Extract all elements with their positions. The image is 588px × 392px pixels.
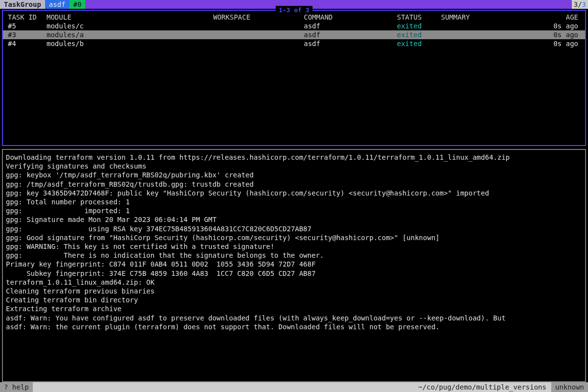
col-status: STATUS [395, 11, 439, 22]
table-cell: asdf [302, 22, 395, 30]
table-cell: modules/b [45, 39, 211, 48]
table-cell [439, 22, 527, 30]
col-task-id: TASK ID [3, 11, 45, 22]
log-output[interactable]: Downloading terraform version 1.0.11 fro… [3, 150, 585, 334]
task-table-panel: 1-3 of 3 TASK ID MODULE WORKSPACE COMMAN… [2, 10, 586, 146]
table-cell: #3 [3, 30, 45, 39]
breadcrumb-taskgroup[interactable]: TaskGroup [0, 0, 45, 9]
col-summary: SUMMARY [439, 11, 527, 22]
col-module: MODULE [45, 11, 211, 22]
task-table-title: 1-3 of 3 [276, 6, 313, 15]
col-command: COMMAND [302, 11, 395, 22]
page-counter-total: 3 [582, 0, 586, 9]
table-cell: exited [395, 39, 439, 48]
task-table[interactable]: TASK ID MODULE WORKSPACE COMMAND STATUS … [3, 11, 585, 48]
table-cell: asdf [302, 39, 395, 48]
table-cell: 0s ago [527, 39, 585, 48]
table-cell: exited [395, 30, 439, 39]
help-hint[interactable]: ? help [0, 382, 33, 392]
page-counter-current: 3 [574, 0, 578, 9]
col-age: AGE [527, 11, 585, 22]
statusbar: ? help ~/co/pug/demo/multiple_versions u… [0, 382, 588, 392]
log-panel: Downloading terraform version 1.0.11 fro… [2, 149, 586, 382]
table-cell: #5 [3, 22, 45, 30]
table-cell: 0s ago [527, 22, 585, 30]
table-cell: asdf [302, 30, 395, 39]
table-cell [439, 30, 527, 39]
table-cell: exited [395, 22, 439, 30]
table-row[interactable]: #3modules/aasdfexited0s ago [3, 30, 585, 39]
table-cell: modules/c [45, 22, 211, 30]
table-cell [211, 22, 302, 30]
table-cell [211, 30, 302, 39]
table-cell [439, 39, 527, 48]
table-cell: modules/a [45, 30, 211, 39]
table-cell [211, 39, 302, 48]
statusbar-path: ~/co/pug/demo/multiple_versions [414, 382, 551, 392]
statusbar-workspace: unknown [551, 382, 588, 392]
breadcrumb-command[interactable]: asdf [45, 0, 70, 9]
table-row[interactable]: #4modules/basdfexited0s ago [3, 39, 585, 48]
table-cell: 0s ago [527, 30, 585, 39]
table-row[interactable]: #5modules/casdfexited0s ago [3, 22, 585, 30]
breadcrumb-id[interactable]: #0 [70, 0, 86, 9]
table-cell: #4 [3, 39, 45, 48]
page-counter: 3/3 [572, 0, 588, 9]
